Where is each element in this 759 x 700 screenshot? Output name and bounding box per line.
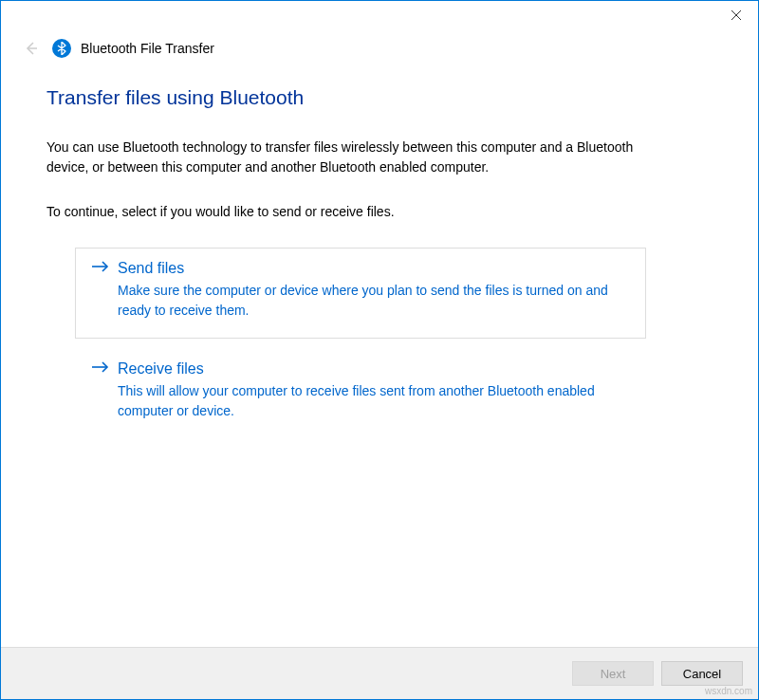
back-arrow-icon xyxy=(23,40,40,57)
content-area: Transfer files using Bluetooth You can u… xyxy=(1,60,758,647)
option-receive-files[interactable]: Receive files This will allow your compu… xyxy=(75,348,646,439)
option-description: Make sure the computer or device where y… xyxy=(91,281,622,321)
cancel-button[interactable]: Cancel xyxy=(661,661,743,686)
close-button[interactable] xyxy=(714,1,758,29)
arrow-right-icon xyxy=(91,360,110,378)
next-button: Next xyxy=(572,661,654,686)
instruction-text: To continue, select if you would like to… xyxy=(46,204,713,219)
option-header: Receive files xyxy=(91,360,630,378)
option-header: Send files xyxy=(91,260,630,277)
close-icon xyxy=(731,9,742,21)
back-button xyxy=(20,37,43,60)
option-send-files[interactable]: Send files Make sure the computer or dev… xyxy=(75,248,646,339)
options-list: Send files Make sure the computer or dev… xyxy=(46,248,713,439)
option-description: This will allow your computer to receive… xyxy=(91,381,622,421)
arrow-right-icon xyxy=(91,260,110,277)
titlebar xyxy=(1,1,758,31)
header-row: Bluetooth File Transfer xyxy=(1,31,758,60)
option-title: Receive files xyxy=(118,360,204,378)
bluetooth-icon xyxy=(52,39,71,58)
footer: Next Cancel xyxy=(1,647,758,699)
page-heading: Transfer files using Bluetooth xyxy=(46,86,713,109)
window-title: Bluetooth File Transfer xyxy=(81,41,214,56)
wizard-window: Bluetooth File Transfer Transfer files u… xyxy=(0,0,759,700)
intro-text: You can use Bluetooth technology to tran… xyxy=(46,138,673,177)
option-title: Send files xyxy=(118,260,184,277)
